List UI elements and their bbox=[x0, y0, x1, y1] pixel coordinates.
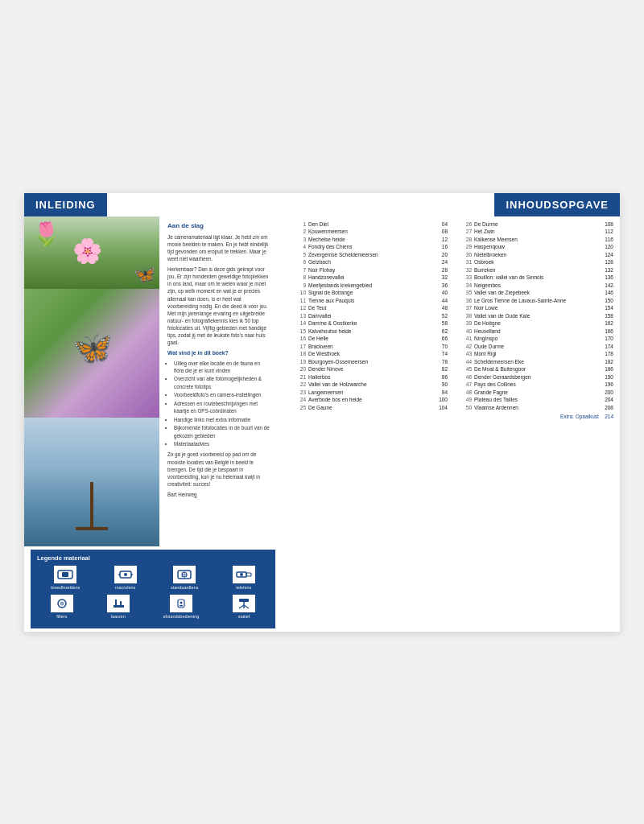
toc-item-47: 47 Pays des Collines 196 bbox=[460, 381, 613, 387]
left-panel: 🌷 🦋 Aan de slag Je cameramateriaal bbox=[24, 216, 282, 546]
toc-item-49: 49 Plateau des Tailles 204 bbox=[460, 397, 613, 402]
toc-item-24: 24 Averbode bos en heide 100 bbox=[295, 397, 448, 402]
images-col: 🌷 🦋 bbox=[24, 216, 159, 546]
toc-item-38: 38 Vallei van de Oude Kale 158 bbox=[460, 313, 613, 319]
toc-item-22: 22 Vallei van de Holzwarche 90 bbox=[295, 381, 448, 387]
right-col: 1 Den Diel 04 2 Kouwenmeersen 08 3 Meche… bbox=[282, 216, 620, 632]
bullet-4: Adressen en routebeschrijvingen met kaar… bbox=[174, 400, 270, 415]
toc-extra: Extra: Opaalkust 214 bbox=[460, 414, 613, 419]
toc-item-11: 11 Tienne aux Pauquis 44 bbox=[295, 298, 448, 303]
legende-statief: statief bbox=[233, 595, 255, 619]
toc-item-17: 17 Brackveen 70 bbox=[295, 344, 448, 349]
toc-item-50: 50 Vlaamse Ardennen 208 bbox=[460, 405, 613, 410]
toc-item-27: 27 Het Zwin 112 bbox=[460, 229, 613, 234]
legende-box: Legende materiaal breedhoeklens bbox=[31, 550, 275, 628]
laarzen-icon bbox=[107, 595, 130, 612]
filters-label: filters bbox=[56, 614, 67, 619]
toc-item-33: 33 Bouillon: vallei van de Semois 136 bbox=[460, 274, 613, 280]
toc-item-36: 36 Le Gros Tienne de Lavaux-Sainte-Anne … bbox=[460, 298, 613, 303]
filters-icon bbox=[51, 595, 73, 612]
legende-laarzen: laarzen bbox=[107, 595, 130, 619]
toc-item-31: 31 Osbroek 128 bbox=[460, 259, 613, 265]
toc-columns: 1 Den Diel 04 2 Kouwenmeersen 08 3 Meche… bbox=[295, 221, 613, 419]
closing-text: Zo ga je goed voorbereid op pad om de mo… bbox=[167, 451, 270, 488]
standaardlens-label: standaardlens bbox=[171, 585, 199, 590]
macrolens-label: macrolens bbox=[115, 585, 135, 590]
flower-image: 🌷 🦋 bbox=[24, 216, 159, 289]
butterfly-image bbox=[24, 289, 159, 418]
toc-right-col: 26 De Durme 108 27 Het Zwin 112 28 Kalke… bbox=[460, 221, 613, 419]
toc-item-37: 37 Noir Lowe 154 bbox=[460, 305, 613, 311]
paragraph1: Je cameramateriaal ligt klaar. Je hebt z… bbox=[167, 233, 270, 263]
toc-item-13: 13 Damvallei 52 bbox=[295, 313, 448, 319]
toc-item-7: 7 Noir Flohay 28 bbox=[295, 267, 448, 273]
toc-item-39: 39 De Hoëgne 162 bbox=[460, 320, 613, 326]
legende-row1: breedhoeklens macrol bbox=[37, 566, 269, 590]
bullet-3: Voorbeeldfoto's en camera-instellingen bbox=[174, 391, 270, 398]
afstandsbediening-label: afstandsbediening bbox=[163, 614, 200, 619]
svg-rect-1 bbox=[62, 572, 68, 577]
legende-standaardlens: standaardlens bbox=[171, 566, 199, 590]
toc-item-9: 9 Meetjeslands krekengebied 36 bbox=[295, 282, 448, 288]
toc-item-3: 3 Mechelse heide 12 bbox=[295, 237, 448, 242]
toc-item-2: 2 Kouwenmeersen 08 bbox=[295, 229, 448, 234]
toc-item-12: 12 De Teut 48 bbox=[295, 305, 448, 311]
toc-item-16: 16 De Helle 66 bbox=[295, 336, 448, 341]
svg-rect-18 bbox=[239, 599, 249, 602]
book-spread: INLEIDING INHOUDSOPGAVE 🌷 🦋 bbox=[24, 193, 620, 632]
laarzen-label: laarzen bbox=[111, 614, 126, 619]
svg-line-21 bbox=[244, 605, 249, 608]
svg-point-12 bbox=[240, 573, 243, 576]
header-inhoudsopgave: INHOUDSOPGAVE bbox=[494, 193, 620, 216]
legende-macrolens: macrolens bbox=[114, 566, 137, 590]
toc-item-35: 35 Vallei van de Ziepebeek 146 bbox=[460, 290, 613, 295]
toc-item-25: 25 De Gaune 104 bbox=[295, 405, 448, 410]
toc-item-42: 42 Oude Durme 174 bbox=[460, 344, 613, 349]
toc-item-10: 10 Signal de Botrange 40 bbox=[295, 290, 448, 295]
breedhoeklens-label: breedhoeklens bbox=[51, 585, 80, 590]
text-area: Aan de slag Je cameramateriaal ligt klaa… bbox=[159, 216, 279, 546]
toc-item-28: 28 Kalkense Meersen 116 bbox=[460, 237, 613, 242]
toc-item-26: 26 De Durme 108 bbox=[460, 221, 613, 227]
page-container: INLEIDING INHOUDSOPGAVE 🌷 🦋 bbox=[0, 0, 644, 824]
toc-item-6: 6 Getzbach 24 bbox=[295, 259, 448, 265]
legende-telelens: telelens bbox=[233, 566, 255, 590]
legende-afstandsbediening: afstandsbediening bbox=[163, 595, 200, 619]
pier-image bbox=[24, 418, 159, 546]
legende-filters: filters bbox=[51, 595, 73, 619]
toc-item-32: 32 Burreken 132 bbox=[460, 267, 613, 273]
toc-item-48: 48 Grande Fagne 200 bbox=[460, 389, 613, 395]
toc-item-40: 40 Heuvelland 166 bbox=[460, 328, 613, 334]
svg-rect-17 bbox=[180, 605, 183, 607]
macrolens-icon bbox=[114, 566, 137, 583]
toc-item-23: 23 Langemeersen 94 bbox=[295, 389, 448, 395]
bullets-list: Uitleg over elke locatie en de fauna en … bbox=[167, 360, 270, 448]
main-content: 🌷 🦋 Aan de slag Je cameramateriaal bbox=[24, 216, 620, 632]
paragraph2: Herkenbaar? Dan is deze gids geknipt voo… bbox=[167, 266, 270, 346]
bullet-7: Materiaaladvies bbox=[174, 440, 270, 447]
toc-item-1: 1 Den Diel 04 bbox=[295, 221, 448, 227]
svg-point-5 bbox=[124, 573, 127, 576]
bullet-5: Handige links met extra informatie bbox=[174, 416, 270, 423]
headers-row: INLEIDING INHOUDSOPGAVE bbox=[24, 193, 620, 216]
toc-item-34: 34 Neigembos 142 bbox=[460, 282, 613, 288]
telelens-icon bbox=[233, 566, 255, 583]
bullet-1: Uitleg over elke locatie en de fauna en … bbox=[174, 360, 270, 375]
section-title: Aan de slag bbox=[167, 221, 270, 231]
standaardlens-icon bbox=[173, 566, 196, 583]
header-inleiding: INLEIDING bbox=[24, 193, 107, 216]
left-col: 🌷 🦋 Aan de slag Je cameramateriaal bbox=[24, 216, 282, 632]
legende-title: Legende materiaal bbox=[37, 554, 269, 562]
toc-item-8: 8 Handzonevallei 32 bbox=[295, 274, 448, 280]
toc-item-4: 4 Fondry des Chiens 16 bbox=[295, 244, 448, 249]
toc-item-45: 45 De Moat & Buitengoor 186 bbox=[460, 366, 613, 372]
bullet-6: Bijkomende fotolocaties in de buurt van … bbox=[174, 424, 270, 439]
toc-item-44: 44 Scheldemeersen Eke 182 bbox=[460, 359, 613, 365]
toc-item-19: 19 Bourgoyen-Ossemeersen 78 bbox=[295, 359, 448, 365]
afstandsbediening-icon bbox=[170, 595, 192, 612]
svg-line-20 bbox=[239, 605, 244, 608]
legende-breedhoeklens: breedhoeklens bbox=[51, 566, 80, 590]
toc-item-21: 21 Hallerbos 86 bbox=[295, 374, 448, 380]
telelens-label: telelens bbox=[236, 585, 251, 590]
sub-title: Wat vind je in dit boek? bbox=[167, 349, 270, 357]
